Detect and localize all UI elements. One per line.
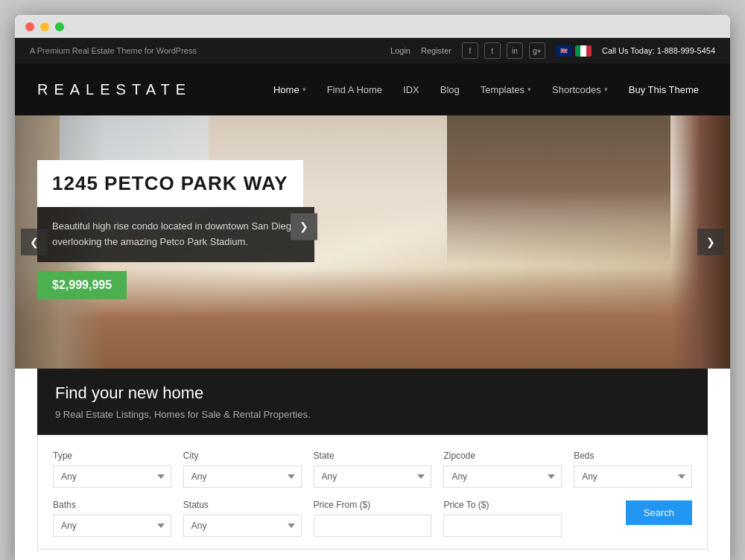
templates-dropdown-arrow: ▾ [527,86,531,93]
status-select[interactable]: Any For Sale For Rent Sold [183,515,302,537]
status-label: Status [183,500,302,510]
nav-shortcodes[interactable]: Shortcodes ▾ [543,78,617,101]
baths-label: Baths [53,500,171,510]
flag-uk[interactable]: 🇬🇧 [556,45,572,57]
browser-chrome [15,15,730,38]
beds-field: Beds Any 1 2 3 4 5+ [574,451,692,488]
googleplus-icon[interactable]: g+ [529,42,545,59]
slider-next-button[interactable]: ❯ [697,229,724,255]
shortcodes-dropdown-arrow: ▾ [604,86,608,93]
slide-description: Beautiful high rise condo located in dow… [37,207,314,262]
site-logo[interactable]: REALESTATE [37,81,191,98]
price-from-label: Price From ($) [314,500,432,510]
price-from-input[interactable] [314,515,432,537]
zipcode-field: Zipcode Any [443,451,562,488]
search-form: Type Any House Condo Apartment City Any … [37,435,708,550]
nav-templates[interactable]: Templates ▾ [472,78,540,101]
close-button[interactable] [25,22,34,31]
baths-select[interactable]: Any 1 2 3 [53,515,171,537]
nav-blog[interactable]: Blog [431,78,469,101]
slide-price[interactable]: $2,999,995 [37,271,127,299]
kitchen-bg-decor [447,115,670,264]
beds-label: Beds [574,451,692,461]
twitter-icon[interactable]: t [484,42,501,59]
type-field: Type Any House Condo Apartment [53,451,171,488]
top-bar-right: Login Register f t in g+ 🇬🇧 Call Us Toda… [390,42,715,59]
site-tagline: A Premium Real Estate Theme for WordPres… [30,46,197,55]
search-header: Find your new home 9 Real Estate Listing… [37,369,708,435]
status-field: Status Any For Sale For Rent Sold [183,500,302,537]
home-dropdown-arrow: ▾ [302,86,306,93]
hero-slider: 1245 PETCO PARK WAY ❯ Beautiful high ris… [15,115,730,369]
price-to-field: Price To ($) [443,500,562,537]
zipcode-select[interactable]: Any [443,465,562,488]
nav-buy-theme[interactable]: Buy This Theme [620,78,708,101]
search-section: Find your new home 9 Real Estate Listing… [15,369,730,560]
minimize-button[interactable] [40,22,49,31]
browser-window: A Premium Real Estate Theme for WordPres… [15,15,730,560]
register-link[interactable]: Register [421,46,451,55]
search-subheading: 9 Real Estate Listings, Homes for Sale &… [55,409,690,420]
search-row-1: Type Any House Condo Apartment City Any … [53,451,692,488]
top-bar: A Premium Real Estate Theme for WordPres… [15,38,730,63]
slide-content: 1245 PETCO PARK WAY ❯ Beautiful high ris… [37,160,314,299]
type-select[interactable]: Any House Condo Apartment [53,465,171,488]
slide-title: 1245 PETCO PARK WAY [37,160,303,207]
state-field: State Any CA NY [314,451,432,488]
maximize-button[interactable] [55,22,64,31]
phone-number: Call Us Today: 1-888-999-5454 [602,46,715,55]
nav-find-home[interactable]: Find A Home [318,78,391,101]
slide-forward-button[interactable]: ❯ [291,214,317,241]
state-select[interactable]: Any CA NY [314,465,432,488]
city-field: City Any San Diego Los Angeles [183,451,302,488]
city-select[interactable]: Any San Diego Los Angeles [183,465,302,488]
price-to-label: Price To ($) [443,500,562,510]
flag-group: 🇬🇧 [556,45,592,57]
login-link[interactable]: Login [390,46,410,55]
social-icons: f t in g+ [462,42,545,59]
nav-idx[interactable]: IDX [394,78,428,101]
slider-prev-button[interactable]: ❮ [21,229,48,255]
zipcode-label: Zipcode [443,451,562,461]
city-label: City [183,451,302,461]
state-label: State [314,451,432,461]
linkedin-icon[interactable]: in [507,42,523,59]
nav-home[interactable]: Home ▾ [264,78,315,101]
price-to-input[interactable] [443,515,562,537]
facebook-icon[interactable]: f [462,42,478,59]
baths-field: Baths Any 1 2 3 [53,500,171,537]
search-button[interactable]: Search [626,500,692,525]
search-button-wrap: Search [574,500,692,537]
price-from-field: Price From ($) [314,500,432,537]
main-nav: REALESTATE Home ▾ Find A Home IDX Blog T… [15,63,730,115]
nav-menu: Home ▾ Find A Home IDX Blog Templates ▾ … [264,78,708,101]
search-heading: Find your new home [55,384,690,403]
search-row-2: Baths Any 1 2 3 Status Any For Sale For … [53,500,692,537]
type-label: Type [53,451,171,461]
beds-select[interactable]: Any 1 2 3 4 5+ [574,465,692,488]
flag-italy[interactable] [575,45,592,57]
